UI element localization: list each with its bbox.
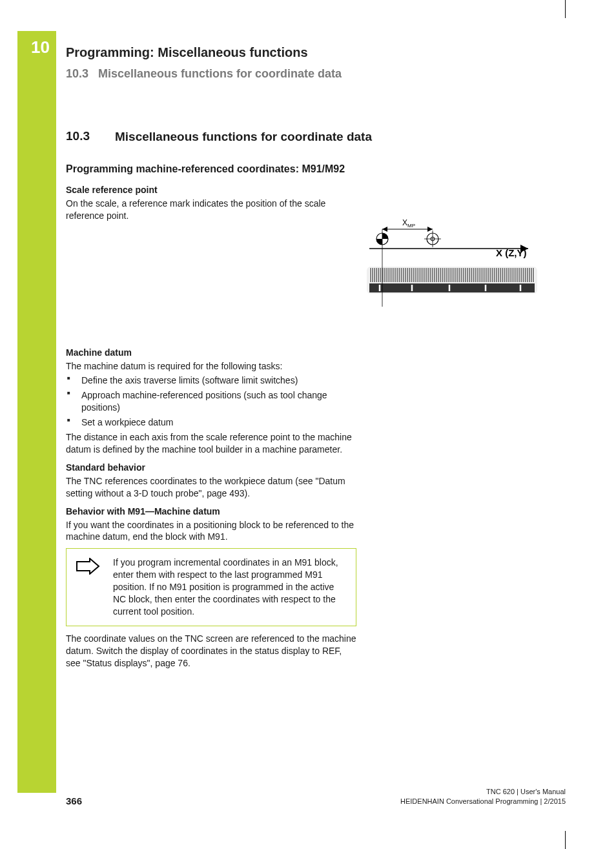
crop-mark [565, 831, 566, 849]
body-text: The machine datum is required for the fo… [66, 360, 356, 373]
subheading-standard: Standard behavior [66, 462, 356, 473]
list-item: Set a workpiece datum [79, 416, 356, 429]
footer-line2: HEIDENHAIN Conversational Programming | … [400, 797, 566, 806]
content-area: 10.3 Miscellaneous functions for coordin… [66, 129, 544, 671]
note-box: If you program incremental coordinates i… [66, 548, 356, 626]
breadcrumb-num: 10.3 [66, 67, 88, 80]
footer-meta: TNC 620 | User's Manual HEIDENHAIN Conve… [400, 787, 566, 806]
list-item: Approach machine-referenced positions (s… [79, 389, 356, 414]
footer-line1: TNC 620 | User's Manual [400, 787, 566, 797]
subheading-a: Programming machine-referenced coordinat… [66, 163, 544, 176]
left-column: Scale reference point On the scale, a re… [66, 185, 356, 670]
chapter-title: Programming: Miscellaneous functions [66, 45, 308, 60]
body-text: The distance in each axis from the scale… [66, 431, 356, 456]
body-text: The TNC references coordinates to the wo… [66, 475, 356, 500]
diagram-xmp-label: XMP [402, 218, 415, 229]
bullet-list: Define the axis traverse limits (softwar… [66, 374, 356, 429]
chapter-number: 10 [17, 37, 56, 57]
svg-marker-1 [382, 227, 387, 232]
chapter-sidebar [17, 31, 56, 793]
breadcrumb-title: Miscellaneous functions for coordinate d… [98, 67, 342, 80]
subheading-m91: Behavior with M91—Machine datum [66, 506, 356, 517]
breadcrumb: 10.3 Miscellaneous functions for coordin… [66, 67, 342, 81]
subheading-machine-datum: Machine datum [66, 347, 356, 358]
diagram-axis-label: X (Z,Y) [496, 247, 527, 258]
svg-rect-98 [369, 283, 535, 292]
document-page: 10 Programming: Miscellaneous functions … [0, 0, 616, 849]
section-number: 10.3 [66, 129, 115, 145]
subheading-scale-ref: Scale reference point [66, 185, 356, 195]
page-number: 366 [66, 795, 82, 806]
diagram-scale: XMP X (Z,Y) [367, 216, 541, 316]
section-heading: 10.3 Miscellaneous functions for coordin… [66, 129, 544, 145]
page-footer: 366 TNC 620 | User's Manual HEIDENHAIN C… [66, 787, 566, 806]
crop-mark [565, 0, 566, 18]
list-item: Define the axis traverse limits (softwar… [79, 374, 356, 387]
svg-marker-2 [427, 227, 433, 232]
arrow-right-icon [76, 557, 101, 617]
body-text: If you want the coordinates in a positio… [66, 519, 356, 544]
body-text: On the scale, a reference mark indicates… [66, 198, 356, 222]
note-text: If you program incremental coordinates i… [113, 557, 347, 617]
section-title: Miscellaneous functions for coordinate d… [115, 129, 372, 145]
body-text: The coordinate values on the TNC screen … [66, 633, 356, 670]
